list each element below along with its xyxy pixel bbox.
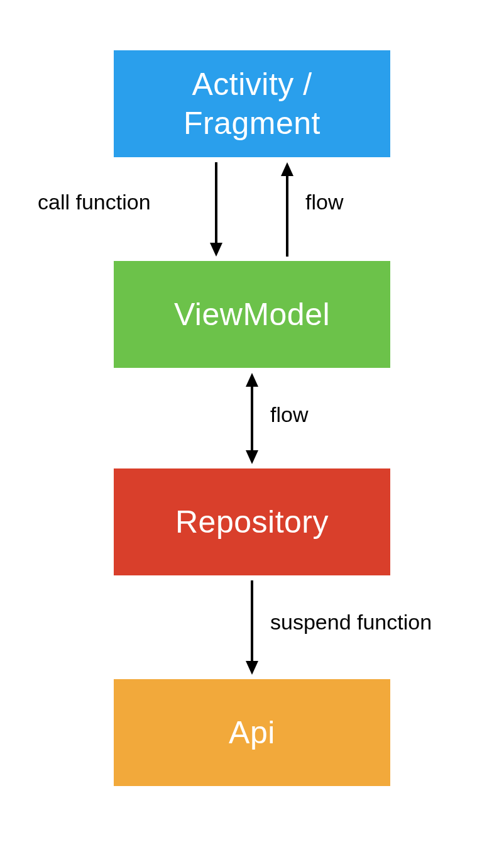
box-api-label: Api [229, 714, 275, 751]
label-flow-1: flow [305, 190, 343, 214]
box-viewmodel: ViewModel [114, 261, 390, 368]
svg-marker-3 [281, 162, 293, 176]
label-suspend-function: suspend function [270, 610, 432, 635]
svg-marker-1 [210, 243, 222, 257]
label-flow-2: flow [270, 402, 308, 427]
svg-marker-8 [246, 661, 258, 675]
diagram-canvas: Activity / Fragment ViewModel Repository… [0, 0, 504, 859]
box-api: Api [114, 679, 390, 786]
box-activity-fragment-label: Activity / Fragment [184, 65, 320, 143]
arrow-repository-to-api [246, 580, 258, 675]
svg-marker-6 [246, 450, 258, 464]
box-viewmodel-label: ViewModel [174, 296, 330, 333]
arrow-viewmodel-to-activity [281, 162, 293, 257]
arrow-activity-to-viewmodel [210, 162, 222, 257]
box-repository: Repository [114, 468, 390, 575]
arrow-viewmodel-repository [246, 373, 258, 464]
label-call-function: call function [38, 190, 151, 214]
box-activity-fragment: Activity / Fragment [114, 50, 390, 157]
box-repository-label: Repository [175, 504, 329, 540]
